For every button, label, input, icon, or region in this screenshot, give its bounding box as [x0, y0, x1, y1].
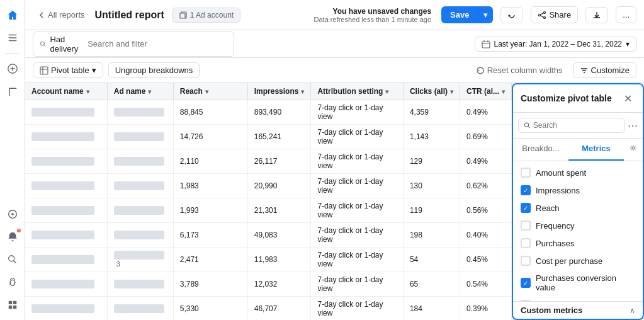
metric-checkbox[interactable]: ✓ [521, 203, 531, 213]
filter-bar: Had delivery Last year: Jan 1, 2022 – De… [25, 30, 644, 58]
customize-button[interactable]: Customize [573, 62, 636, 78]
svg-rect-6 [13, 301, 16, 304]
pivot-table-button[interactable]: Pivot table ▾ [33, 62, 103, 78]
panel-metric-item[interactable]: Link clicks [513, 296, 643, 301]
panel-metric-item[interactable]: ✓ Purchases conversion value [513, 270, 643, 296]
save-dropdown-button[interactable]: ▾ [478, 6, 493, 23]
cell-ctr: 0.45% [460, 248, 511, 272]
panel-search-icon [524, 122, 531, 129]
metric-checkbox[interactable] [521, 238, 531, 248]
col-ctr[interactable]: CTR (al... ▾ [460, 83, 511, 100]
save-button-group: Save ▾ [441, 6, 493, 23]
filter-input[interactable] [88, 39, 227, 49]
panel-more-button[interactable]: ⋯ [628, 120, 638, 132]
metric-label: Frequency [536, 221, 574, 231]
refresh-button[interactable] [500, 7, 523, 23]
col-impressions[interactable]: Impressions ▾ [247, 83, 311, 100]
metric-checkbox[interactable] [521, 168, 531, 178]
share-button[interactable]: Share [531, 6, 578, 23]
svg-rect-1 [9, 88, 16, 89]
metric-label: Purchases [536, 239, 574, 248]
panel-metric-item[interactable]: Purchases [513, 234, 643, 252]
panel-search-row: ⋯ [513, 113, 643, 139]
cell-clicks: 129 [403, 149, 460, 174]
panel-search-input[interactable] [533, 121, 619, 130]
refresh-icon [507, 11, 516, 20]
cell-reach: 2,471 [173, 248, 247, 272]
cell-ctr: 0.49% [460, 100, 511, 125]
panel-metric-item[interactable]: ✓ Impressions [513, 181, 643, 199]
toolbar-bar: Pivot table ▾ Ungroup breakdowns Reset c… [25, 58, 644, 83]
search-sidebar-icon[interactable] [3, 249, 23, 270]
grid-icon[interactable] [3, 295, 23, 315]
cell-impressions: 11,983 [247, 248, 311, 272]
reset-columns-button[interactable]: Reset column widths [471, 63, 568, 77]
cell-ad-name [107, 297, 173, 321]
panel-metric-item[interactable]: Cost per purchase [513, 252, 643, 270]
cell-account-name [25, 223, 107, 248]
save-button[interactable]: Save [441, 6, 478, 23]
col-clicks[interactable]: Clicks (all) ▾ [403, 83, 460, 100]
sort-icon-ad: ▾ [148, 88, 151, 95]
bell-icon[interactable]: 3 [3, 227, 23, 247]
cell-attribution: 7-day click or 1-day view [311, 198, 403, 223]
cell-account-name [25, 272, 107, 297]
main-content: All reports Untitled report 1 Ad account… [25, 0, 644, 320]
copy-icon [179, 11, 188, 20]
sort-icon-attribution: ▾ [385, 88, 388, 95]
menu-icon[interactable] [3, 28, 23, 48]
svg-rect-2 [9, 88, 9, 96]
metric-label: Impressions [536, 186, 580, 195]
date-picker[interactable]: Last year: Jan 1, 2022 – Dec 31, 2022 ▾ [475, 37, 636, 52]
flag-icon[interactable] [3, 81, 23, 101]
cell-ad-name [107, 149, 173, 174]
metric-checkbox[interactable] [521, 220, 531, 231]
cell-account-name [25, 100, 107, 125]
cell-clicks: 198 [403, 223, 460, 248]
metric-checkbox[interactable]: ✓ [521, 185, 531, 195]
download-button[interactable] [585, 7, 608, 23]
col-ad-name[interactable]: Ad name ▾ [107, 83, 173, 100]
cell-ctr: 0.49% [460, 149, 511, 174]
cell-clicks: 184 [403, 297, 460, 321]
cell-account-name [25, 125, 107, 149]
back-button[interactable]: All reports [33, 8, 90, 22]
metric-checkbox[interactable] [521, 256, 531, 266]
tab-breakdown[interactable]: Breakdo... [513, 139, 568, 161]
ad-account-badge[interactable]: 1 Ad account [172, 8, 240, 23]
panel-footer[interactable]: Custom metrics ∧ [513, 301, 643, 319]
cell-ad-name [107, 223, 173, 248]
panel-metric-item[interactable]: ✓ Reach [513, 199, 643, 217]
share-icon [538, 11, 546, 20]
more-button[interactable]: ... [616, 6, 636, 23]
plus-circle-icon[interactable] [3, 59, 23, 79]
cell-account-name [25, 174, 107, 198]
ungroup-label: Ungroup breakdowns [115, 66, 193, 75]
filter-search-container[interactable]: Had delivery [33, 31, 234, 57]
panel-search-container[interactable] [518, 118, 625, 133]
col-reach[interactable]: Reach ▾ [173, 83, 247, 100]
bug-icon[interactable] [3, 272, 23, 292]
unsaved-line2: Data refreshed less than 1 minute ago [314, 16, 432, 23]
cell-attribution: 7-day click or 1-day view [311, 297, 403, 321]
home-icon[interactable] [3, 5, 23, 25]
back-label: All reports [48, 10, 85, 20]
panel-close-button[interactable]: ✕ [620, 91, 635, 106]
panel-tabs: Breakdo... Metrics [513, 139, 643, 161]
customize-label: Customize [591, 66, 630, 75]
cell-account-name [25, 297, 107, 321]
panel-metric-item[interactable]: Frequency [513, 217, 643, 234]
unsaved-line1: You have unsaved changes [314, 7, 432, 16]
ungroup-button[interactable]: Ungroup breakdowns [108, 62, 200, 78]
tab-metrics[interactable]: Metrics [568, 139, 624, 161]
metric-checkbox[interactable]: ✓ [521, 278, 531, 288]
tab-settings-icon[interactable] [624, 139, 643, 161]
table-header-row: Account name ▾ Ad name ▾ [25, 83, 512, 100]
col-account-name[interactable]: Account name ▾ [25, 83, 107, 100]
panel-metric-item[interactable]: Amount spent [513, 164, 643, 181]
table-row: 1,983 20,990 7-day click or 1-day view 1… [25, 174, 512, 198]
date-label: Last year: Jan 1, 2022 – Dec 31, 2022 [494, 40, 622, 49]
col-attribution[interactable]: Attribution setting ▾ [311, 83, 403, 100]
cell-reach: 1,983 [173, 174, 247, 198]
settings-icon[interactable] [3, 204, 23, 224]
